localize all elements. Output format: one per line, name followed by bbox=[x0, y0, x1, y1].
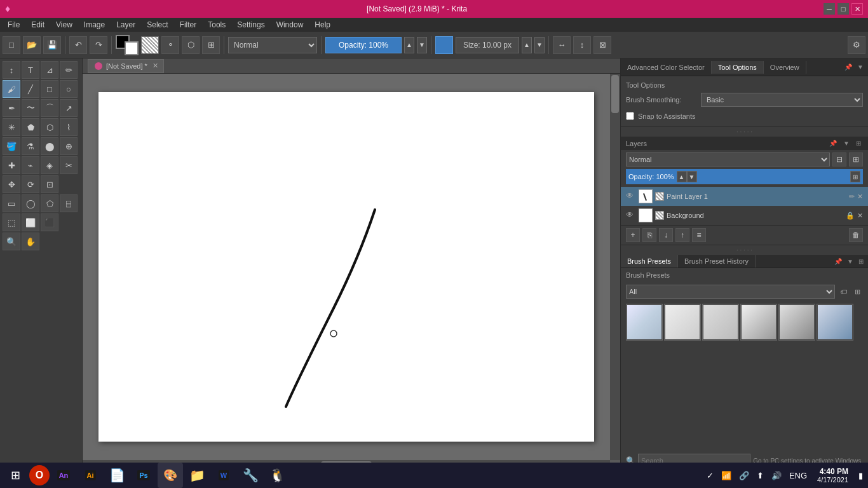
brush-preset-button[interactable]: ⬡ bbox=[182, 36, 200, 54]
panel-pin-icon[interactable]: 📌 bbox=[843, 63, 854, 71]
brush-preset-4[interactable] bbox=[740, 304, 777, 341]
move-tool[interactable]: ✥ bbox=[3, 175, 20, 193]
mirror-vertical-button[interactable]: ↕ bbox=[573, 36, 591, 54]
line-tool[interactable]: ╱ bbox=[22, 80, 39, 98]
select-rect[interactable]: ▭ bbox=[3, 194, 20, 212]
layers-settings-button[interactable]: ⊞ bbox=[849, 152, 863, 166]
multibrush-tool[interactable]: ✳ bbox=[3, 118, 20, 136]
color-swatch[interactable] bbox=[116, 35, 139, 55]
tray-wifi-icon[interactable]: 📶 bbox=[719, 471, 734, 480]
taskbar-krita[interactable]: 🎨 bbox=[158, 463, 183, 488]
save-button[interactable]: 💾 bbox=[43, 36, 61, 54]
layer-edit-button-2[interactable]: ✕ bbox=[857, 212, 863, 220]
menu-select[interactable]: Select bbox=[142, 19, 173, 30]
menu-settings[interactable]: Settings bbox=[232, 19, 269, 30]
layer-alpha-lock-2[interactable] bbox=[655, 211, 664, 220]
eyedrop-tool[interactable]: ⚗ bbox=[22, 137, 39, 155]
brush-smoothing-select[interactable]: Basic None Weighted Stabilizer bbox=[701, 93, 863, 107]
canvas-white[interactable] bbox=[98, 92, 594, 442]
tab-overview[interactable]: Overview bbox=[764, 61, 806, 74]
opacity-extra-btn[interactable]: ⊞ bbox=[850, 171, 860, 182]
panel-menu-icon[interactable]: ▼ bbox=[855, 63, 865, 71]
layers-expand-icon[interactable]: ⊞ bbox=[854, 139, 863, 147]
system-clock[interactable]: 4:40 PM 4/17/2021 bbox=[812, 467, 853, 484]
brush-preset-6[interactable] bbox=[817, 304, 853, 341]
menu-file[interactable]: File bbox=[3, 19, 25, 30]
tab-tool-options[interactable]: Tool Options bbox=[712, 61, 764, 74]
size-arrow-down[interactable]: ▼ bbox=[534, 37, 545, 53]
opacity-arrow-up[interactable]: ▲ bbox=[404, 37, 414, 53]
select-ellipse[interactable]: ◯ bbox=[22, 194, 39, 212]
background-color[interactable] bbox=[125, 41, 139, 55]
new-document-button[interactable]: □ bbox=[3, 36, 20, 54]
opacity-control[interactable]: Opacity: 100% bbox=[325, 37, 402, 53]
undo-button[interactable]: ↶ bbox=[69, 36, 87, 54]
menu-tools[interactable]: Tools bbox=[203, 19, 231, 30]
snap-assistants-checkbox[interactable] bbox=[626, 112, 634, 120]
canvas-tab-close[interactable]: ✕ bbox=[153, 62, 158, 70]
fill-tool[interactable]: 🪣 bbox=[3, 137, 20, 155]
brush-panel-menu-icon[interactable]: ▼ bbox=[845, 257, 855, 266]
brush-size-display[interactable]: Size: 10.00 px bbox=[456, 37, 519, 53]
start-button[interactable]: ⊞ bbox=[3, 463, 28, 488]
menu-edit[interactable]: Edit bbox=[26, 19, 50, 30]
taskbar-browser[interactable]: 🔧 bbox=[238, 463, 263, 488]
menu-help[interactable]: Help bbox=[309, 19, 336, 30]
layer-row-background[interactable]: 👁 Background 🔒 ✕ bbox=[621, 206, 868, 225]
add-layer-button[interactable]: + bbox=[626, 228, 640, 242]
size-arrow-up[interactable]: ▲ bbox=[522, 37, 532, 53]
brush-panel-expand-icon[interactable]: ⊞ bbox=[857, 257, 865, 266]
close-button[interactable]: ✕ bbox=[851, 3, 863, 15]
menu-view[interactable]: View bbox=[51, 19, 78, 30]
eraser-button[interactable]: ⚬ bbox=[161, 36, 179, 54]
transform-tool[interactable]: ↕ bbox=[3, 61, 20, 79]
crop-tool[interactable]: ⊡ bbox=[41, 175, 58, 193]
clone-tool[interactable]: ⊕ bbox=[60, 137, 78, 155]
select-shapes[interactable]: ⬛ bbox=[41, 214, 58, 231]
select-polygon[interactable]: ⬠ bbox=[41, 194, 58, 212]
contiguous-select[interactable]: ⬚ bbox=[3, 214, 20, 231]
tray-network-icon[interactable]: 🔗 bbox=[736, 471, 752, 480]
restore-button[interactable]: □ bbox=[837, 3, 849, 15]
layer-row-paint[interactable]: 👁 Paint Layer 1 ✏ ✕ bbox=[621, 187, 868, 206]
smudge-tool[interactable]: ⌁ bbox=[22, 156, 39, 174]
wrap-around-button[interactable]: ⊞ bbox=[202, 36, 220, 54]
calligraphy-tool[interactable]: ✒ bbox=[3, 99, 20, 117]
path-tool[interactable]: ⬟ bbox=[22, 118, 39, 136]
similar-select[interactable]: ⬜ bbox=[22, 214, 39, 231]
pattern-swatch[interactable] bbox=[141, 36, 159, 54]
brush-preset-2[interactable] bbox=[664, 304, 701, 341]
taskbar-opera[interactable]: O bbox=[29, 465, 50, 485]
brush-tool[interactable]: 🖌 bbox=[3, 80, 20, 98]
layer-visibility-eye-2[interactable]: 👁 bbox=[626, 210, 636, 220]
minimize-button[interactable]: ─ bbox=[824, 3, 835, 15]
panel-resize-handle[interactable]: · · · · · bbox=[621, 127, 868, 137]
brush-grid-view-button[interactable]: ⊞ bbox=[852, 287, 863, 297]
taskbar-file-explorer[interactable]: 📁 bbox=[184, 463, 210, 488]
taskbar-krita2[interactable]: 🐧 bbox=[264, 463, 290, 488]
wrap-tool-button[interactable]: ⊠ bbox=[593, 36, 611, 54]
layer-delete-button-1[interactable]: ✕ bbox=[857, 193, 863, 201]
polyline-tool[interactable]: ⌇ bbox=[60, 118, 78, 136]
taskbar-animate[interactable]: An bbox=[51, 463, 76, 488]
freehand-tool[interactable]: ✏ bbox=[60, 61, 78, 79]
measure-tool[interactable]: ✂ bbox=[60, 156, 78, 174]
move-layer-up-button[interactable]: ↑ bbox=[675, 228, 689, 242]
menu-window[interactable]: Window bbox=[271, 19, 309, 30]
brush-preset-5[interactable] bbox=[778, 304, 815, 341]
layer-edit-button-1[interactable]: ✏ bbox=[849, 193, 855, 201]
tray-lang[interactable]: ENG bbox=[787, 471, 810, 480]
taskbar-word[interactable]: W bbox=[211, 463, 236, 488]
layer-properties-button[interactable]: ≡ bbox=[692, 228, 706, 242]
tab-advanced-color-selector[interactable]: Advanced Color Selector bbox=[621, 61, 712, 74]
opacity-increase-btn[interactable]: ▲ bbox=[677, 171, 687, 182]
canvas-settings-button[interactable]: ⚙ bbox=[848, 36, 865, 54]
layer-alpha-lock-1[interactable] bbox=[655, 192, 664, 201]
rect-tool[interactable]: □ bbox=[41, 80, 58, 98]
opacity-arrow-down[interactable]: ▼ bbox=[417, 37, 427, 53]
taskbar-photoshop[interactable]: Ps bbox=[131, 463, 156, 488]
taskbar-notepad[interactable]: 📄 bbox=[104, 463, 130, 488]
open-button[interactable]: 📂 bbox=[23, 36, 41, 54]
tray-show-desktop[interactable]: ▮ bbox=[856, 471, 865, 480]
smart-patch[interactable]: ⬤ bbox=[41, 137, 58, 155]
